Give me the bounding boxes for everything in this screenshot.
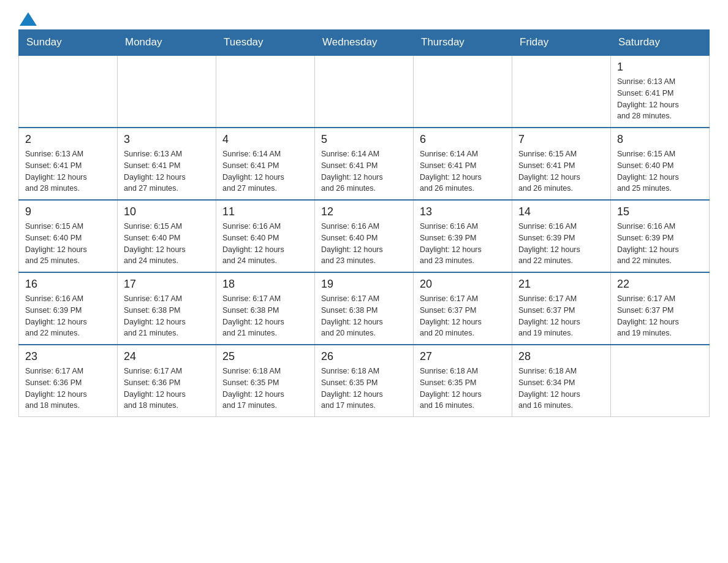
day-number: 18 (222, 278, 308, 291)
day-number: 5 (321, 133, 407, 146)
day-number: 20 (420, 278, 506, 291)
weekday-header-saturday: Saturday (611, 30, 710, 56)
weekday-header-sunday: Sunday (19, 30, 118, 56)
day-number: 1 (617, 61, 703, 74)
day-number: 26 (321, 350, 407, 363)
calendar-cell: 13Sunrise: 6:16 AMSunset: 6:39 PMDayligh… (414, 200, 512, 272)
day-info: Sunrise: 6:16 AMSunset: 6:39 PMDaylight:… (25, 293, 111, 339)
day-info: Sunrise: 6:15 AMSunset: 6:40 PMDaylight:… (124, 221, 210, 267)
calendar-cell: 11Sunrise: 6:16 AMSunset: 6:40 PMDayligh… (216, 200, 315, 272)
day-number: 19 (321, 278, 407, 291)
week-row-3: 9Sunrise: 6:15 AMSunset: 6:40 PMDaylight… (19, 200, 710, 272)
day-info: Sunrise: 6:13 AMSunset: 6:41 PMDaylight:… (124, 148, 210, 194)
day-number: 13 (420, 205, 506, 218)
page-header (18, 12, 710, 23)
calendar-cell: 7Sunrise: 6:15 AMSunset: 6:41 PMDaylight… (512, 128, 611, 200)
day-number: 21 (518, 278, 604, 291)
calendar-cell (315, 55, 414, 128)
day-number: 8 (617, 133, 703, 146)
calendar-cell: 6Sunrise: 6:14 AMSunset: 6:41 PMDaylight… (414, 128, 512, 200)
day-number: 11 (222, 205, 308, 218)
day-number: 17 (124, 278, 210, 291)
day-info: Sunrise: 6:14 AMSunset: 6:41 PMDaylight:… (420, 148, 506, 194)
calendar-cell: 28Sunrise: 6:18 AMSunset: 6:34 PMDayligh… (512, 345, 611, 417)
day-info: Sunrise: 6:17 AMSunset: 6:36 PMDaylight:… (124, 366, 210, 412)
day-info: Sunrise: 6:16 AMSunset: 6:39 PMDaylight:… (420, 221, 506, 267)
day-number: 24 (124, 350, 210, 363)
calendar-cell: 20Sunrise: 6:17 AMSunset: 6:37 PMDayligh… (414, 272, 512, 345)
day-number: 22 (617, 278, 703, 291)
day-info: Sunrise: 6:15 AMSunset: 6:40 PMDaylight:… (617, 148, 703, 194)
day-number: 2 (25, 133, 111, 146)
calendar-cell: 17Sunrise: 6:17 AMSunset: 6:38 PMDayligh… (118, 272, 216, 345)
calendar-cell: 26Sunrise: 6:18 AMSunset: 6:35 PMDayligh… (315, 345, 414, 417)
day-number: 28 (518, 350, 604, 363)
calendar-cell (19, 55, 118, 128)
week-row-4: 16Sunrise: 6:16 AMSunset: 6:39 PMDayligh… (19, 272, 710, 345)
day-info: Sunrise: 6:18 AMSunset: 6:35 PMDaylight:… (222, 366, 308, 412)
day-info: Sunrise: 6:14 AMSunset: 6:41 PMDaylight:… (222, 148, 308, 194)
day-number: 27 (420, 350, 506, 363)
day-info: Sunrise: 6:17 AMSunset: 6:38 PMDaylight:… (124, 293, 210, 339)
day-number: 9 (25, 205, 111, 218)
day-info: Sunrise: 6:13 AMSunset: 6:41 PMDaylight:… (25, 148, 111, 194)
day-info: Sunrise: 6:17 AMSunset: 6:37 PMDaylight:… (617, 293, 703, 339)
day-info: Sunrise: 6:17 AMSunset: 6:38 PMDaylight:… (222, 293, 308, 339)
day-info: Sunrise: 6:17 AMSunset: 6:38 PMDaylight:… (321, 293, 407, 339)
calendar-cell: 19Sunrise: 6:17 AMSunset: 6:38 PMDayligh… (315, 272, 414, 345)
calendar-cell: 9Sunrise: 6:15 AMSunset: 6:40 PMDaylight… (19, 200, 118, 272)
calendar-cell: 4Sunrise: 6:14 AMSunset: 6:41 PMDaylight… (216, 128, 315, 200)
calendar-cell (216, 55, 315, 128)
calendar-cell: 27Sunrise: 6:18 AMSunset: 6:35 PMDayligh… (414, 345, 512, 417)
day-info: Sunrise: 6:16 AMSunset: 6:40 PMDaylight:… (321, 221, 407, 267)
calendar-cell: 22Sunrise: 6:17 AMSunset: 6:37 PMDayligh… (611, 272, 710, 345)
calendar-cell: 1Sunrise: 6:13 AMSunset: 6:41 PMDaylight… (611, 55, 710, 128)
day-info: Sunrise: 6:16 AMSunset: 6:39 PMDaylight:… (518, 221, 604, 267)
day-info: Sunrise: 6:17 AMSunset: 6:36 PMDaylight:… (25, 366, 111, 412)
day-info: Sunrise: 6:17 AMSunset: 6:37 PMDaylight:… (518, 293, 604, 339)
day-info: Sunrise: 6:18 AMSunset: 6:35 PMDaylight:… (321, 366, 407, 412)
calendar-cell (611, 345, 710, 417)
day-number: 4 (222, 133, 308, 146)
day-info: Sunrise: 6:14 AMSunset: 6:41 PMDaylight:… (321, 148, 407, 194)
day-number: 25 (222, 350, 308, 363)
calendar-cell: 18Sunrise: 6:17 AMSunset: 6:38 PMDayligh… (216, 272, 315, 345)
day-number: 10 (124, 205, 210, 218)
calendar-cell: 3Sunrise: 6:13 AMSunset: 6:41 PMDaylight… (118, 128, 216, 200)
calendar-cell: 23Sunrise: 6:17 AMSunset: 6:36 PMDayligh… (19, 345, 118, 417)
weekday-header-tuesday: Tuesday (216, 30, 315, 56)
calendar-cell (414, 55, 512, 128)
weekday-header-wednesday: Wednesday (315, 30, 414, 56)
day-number: 6 (420, 133, 506, 146)
day-info: Sunrise: 6:13 AMSunset: 6:41 PMDaylight:… (617, 76, 703, 122)
day-info: Sunrise: 6:18 AMSunset: 6:34 PMDaylight:… (518, 366, 604, 412)
calendar-cell (118, 55, 216, 128)
logo-triangle-icon (20, 12, 37, 26)
day-number: 7 (518, 133, 604, 146)
weekday-header-friday: Friday (512, 30, 611, 56)
calendar-cell: 15Sunrise: 6:16 AMSunset: 6:39 PMDayligh… (611, 200, 710, 272)
day-info: Sunrise: 6:15 AMSunset: 6:41 PMDaylight:… (518, 148, 604, 194)
weekday-header-thursday: Thursday (414, 30, 512, 56)
day-number: 12 (321, 205, 407, 218)
weekday-header-monday: Monday (118, 30, 216, 56)
calendar-cell: 12Sunrise: 6:16 AMSunset: 6:40 PMDayligh… (315, 200, 414, 272)
day-number: 16 (25, 278, 111, 291)
day-number: 3 (124, 133, 210, 146)
week-row-5: 23Sunrise: 6:17 AMSunset: 6:36 PMDayligh… (19, 345, 710, 417)
calendar-cell: 25Sunrise: 6:18 AMSunset: 6:35 PMDayligh… (216, 345, 315, 417)
calendar-cell: 21Sunrise: 6:17 AMSunset: 6:37 PMDayligh… (512, 272, 611, 345)
calendar-cell: 8Sunrise: 6:15 AMSunset: 6:40 PMDaylight… (611, 128, 710, 200)
week-row-2: 2Sunrise: 6:13 AMSunset: 6:41 PMDaylight… (19, 128, 710, 200)
day-info: Sunrise: 6:16 AMSunset: 6:39 PMDaylight:… (617, 221, 703, 267)
calendar-cell (512, 55, 611, 128)
calendar-cell: 16Sunrise: 6:16 AMSunset: 6:39 PMDayligh… (19, 272, 118, 345)
calendar-cell: 14Sunrise: 6:16 AMSunset: 6:39 PMDayligh… (512, 200, 611, 272)
day-number: 15 (617, 205, 703, 218)
day-number: 14 (518, 205, 604, 218)
calendar-cell: 5Sunrise: 6:14 AMSunset: 6:41 PMDaylight… (315, 128, 414, 200)
weekday-header-row: SundayMondayTuesdayWednesdayThursdayFrid… (19, 30, 710, 56)
day-info: Sunrise: 6:18 AMSunset: 6:35 PMDaylight:… (420, 366, 506, 412)
day-number: 23 (25, 350, 111, 363)
week-row-1: 1Sunrise: 6:13 AMSunset: 6:41 PMDaylight… (19, 55, 710, 128)
